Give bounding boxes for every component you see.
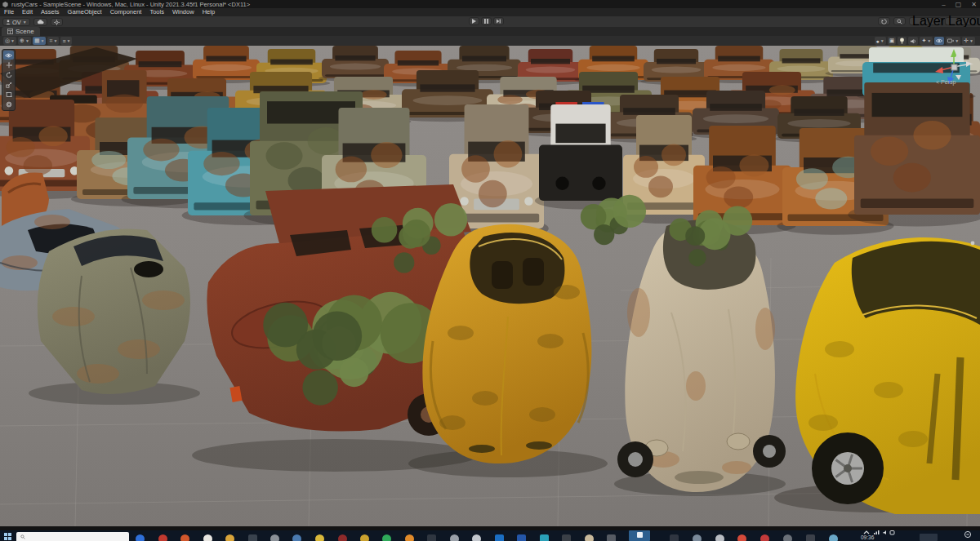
gizmos-menu-icon: ✛ — [964, 38, 969, 44]
network-icon — [874, 530, 880, 534]
taskbar-app-icon-5[interactable] — [248, 534, 257, 541]
cloud-icon — [37, 20, 44, 24]
notification-icon[interactable] — [964, 530, 972, 539]
lighting-toggle-button[interactable] — [898, 37, 906, 45]
taskbar-app-icon-24[interactable] — [693, 534, 702, 541]
pivot-toggle-button[interactable]: ◎▼ — [3, 37, 16, 45]
taskbar-app-icon-9[interactable] — [338, 534, 347, 541]
cloud-services-button[interactable] — [33, 18, 47, 26]
account-dropdown[interactable]: OV▼ — [2, 18, 30, 26]
volume-icon — [884, 530, 887, 534]
undo-history-icon — [881, 19, 887, 24]
tab-bar: Scene — [0, 27, 980, 36]
taskbar-app-icon-23[interactable] — [670, 534, 679, 541]
scene-tab-icon — [7, 29, 13, 34]
taskbar-app-icon-2[interactable] — [180, 534, 189, 541]
cursor-dot — [971, 242, 975, 246]
taskbar-app-icon-29[interactable] — [806, 534, 815, 541]
move-tool-button[interactable] — [3, 60, 14, 69]
step-button[interactable] — [493, 17, 504, 25]
snap-increment-button[interactable]: ≡▼ — [60, 37, 72, 45]
gizmo-persp-label[interactable]: < Persp — [936, 79, 956, 85]
settings-button[interactable] — [51, 18, 63, 26]
taskbar-tile[interactable] — [920, 534, 938, 541]
taskbar-app-icon-15[interactable] — [472, 534, 481, 541]
search-icon — [897, 19, 902, 24]
scene-viewport[interactable] — [0, 46, 980, 526]
taskbar-app-icon-28[interactable] — [783, 534, 792, 541]
scene-tab-label: Scene — [16, 28, 34, 35]
taskbar-app-icon-7[interactable] — [292, 534, 301, 541]
taskbar-app-icon-27[interactable] — [760, 534, 769, 541]
taskbar-app-icon-8[interactable] — [315, 534, 324, 541]
camera-settings-button[interactable]: ▼ — [946, 37, 960, 45]
menu-edit[interactable]: Edit — [18, 8, 37, 16]
taskbar-app-icon-19[interactable] — [562, 534, 571, 541]
pause-button[interactable] — [481, 17, 492, 25]
tools-overlay — [2, 49, 16, 111]
effects-toggle-button[interactable]: ✦▼ — [920, 37, 933, 45]
search-button[interactable] — [893, 17, 906, 25]
taskbar-app-icon-10[interactable] — [360, 534, 369, 541]
shield-icon — [890, 531, 894, 535]
taskbar-app-icon-26[interactable] — [737, 534, 746, 541]
taskbar-app-icon-20[interactable] — [585, 534, 594, 541]
play-controls — [469, 17, 504, 25]
taskbar-app-icon-12[interactable] — [405, 534, 414, 541]
draw-mode-button[interactable]: ●▼ — [875, 37, 886, 45]
tab-scene[interactable]: Scene — [2, 27, 40, 36]
draw-mode-icon: ● — [876, 38, 880, 44]
layers-dropdown[interactable]: Layers▼ — [909, 17, 942, 25]
taskbar-clock: 09:36 — [861, 534, 874, 540]
maximize-button[interactable]: ▢ — [956, 1, 962, 8]
undo-history-button[interactable] — [878, 17, 890, 25]
taskbar-app-icon-14[interactable] — [450, 534, 459, 541]
taskbar-search-input[interactable] — [16, 532, 129, 541]
2d-toggle-button[interactable]: ▣ — [888, 37, 897, 45]
scale-tool-button[interactable] — [3, 80, 14, 89]
taskbar-app-icon-4[interactable] — [225, 534, 234, 541]
transform-tool-button[interactable] — [3, 100, 14, 109]
view-tool-button[interactable] — [3, 51, 14, 60]
audio-toggle-button[interactable] — [908, 37, 918, 45]
effects-toggle-icon: ✦ — [921, 38, 926, 44]
scene-visibility-button[interactable] — [934, 37, 944, 45]
menu-gameobject[interactable]: GameObject — [64, 8, 106, 16]
menu-help[interactable]: Help — [198, 8, 219, 16]
taskbar-app-icon-13[interactable] — [427, 534, 436, 541]
taskbar-app-icon-16[interactable] — [495, 534, 504, 541]
layout-dropdown[interactable]: Layout▼ — [945, 17, 978, 25]
gizmos-menu-button[interactable]: ✛▼ — [962, 37, 975, 45]
menu-assets[interactable]: Assets — [37, 8, 64, 16]
taskbar-app-icon-21[interactable] — [607, 534, 616, 541]
taskbar-app-icon-25[interactable] — [715, 534, 724, 541]
snap-increment-icon: ≡ — [62, 38, 65, 44]
gizmo-center-cube — [951, 64, 957, 70]
car-box[interactable] — [848, 82, 980, 227]
orientation-toggle-button[interactable]: ⊕▼ — [18, 37, 31, 45]
taskbar-app-icon-17[interactable] — [517, 534, 526, 541]
unity-logo-icon — [2, 2, 8, 7]
rotate-tool-button[interactable] — [3, 70, 14, 79]
taskbar-app-icon-1[interactable] — [158, 534, 167, 541]
snap-toggle-button[interactable]: ⌗▼ — [47, 37, 59, 45]
minimize-button[interactable]: – — [942, 1, 945, 8]
menu-tools[interactable]: Tools — [145, 8, 168, 16]
menu-component[interactable]: Component — [106, 8, 146, 16]
play-button[interactable] — [469, 17, 479, 25]
taskbar-app-icon-3[interactable] — [203, 534, 212, 541]
taskbar-app-icon-18[interactable] — [540, 534, 549, 541]
taskbar-app-icon-0[interactable] — [136, 534, 145, 541]
menu-window[interactable]: Window — [168, 8, 198, 16]
rect-tool-button[interactable] — [3, 90, 14, 99]
taskbar-app-icon-22[interactable] — [629, 530, 650, 541]
title-bar[interactable]: rustyCars - SampleScene - Windows, Mac, … — [0, 0, 980, 8]
taskbar-app-icon-11[interactable] — [382, 534, 391, 541]
taskbar-app-icon-30[interactable] — [829, 534, 838, 541]
desktop: { "window": { "title": "rustyCars - Samp… — [0, 0, 980, 541]
menu-file[interactable]: File — [0, 8, 18, 16]
taskbar-app-icon-6[interactable] — [270, 534, 279, 541]
close-button[interactable]: ✕ — [971, 1, 977, 8]
windows-start-icon[interactable] — [4, 533, 11, 540]
grid-visibility-button[interactable]: ▦▼ — [33, 37, 47, 45]
